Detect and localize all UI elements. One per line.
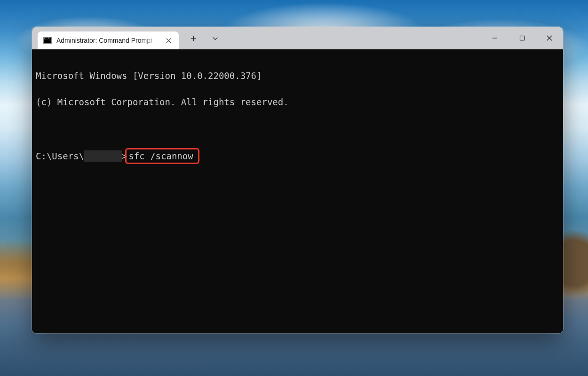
terminal-window: Administrator: Command Prompt <box>32 27 563 333</box>
tab-bar: Administrator: Command Prompt <box>32 27 179 49</box>
terminal-blank-line <box>36 122 563 135</box>
terminal-prompt-line: C:\Users\>sfc /scannow <box>36 148 563 164</box>
window-controls <box>481 27 563 49</box>
plus-icon <box>191 35 197 41</box>
svg-rect-0 <box>520 36 524 40</box>
terminal-line: (c) Microsoft Corporation. All rights re… <box>36 95 563 109</box>
chevron-down-icon <box>212 35 218 41</box>
minimize-icon <box>492 35 498 41</box>
maximize-icon <box>519 35 525 41</box>
close-icon <box>166 38 171 43</box>
minimize-button[interactable] <box>481 27 509 49</box>
terminal-output[interactable]: Microsoft Windows [Version 10.0.22000.37… <box>32 49 563 333</box>
maximize-button[interactable] <box>509 27 536 49</box>
tab-dropdown-button[interactable] <box>204 29 226 47</box>
terminal-line: Microsoft Windows [Version 10.0.22000.37… <box>36 69 563 82</box>
new-tab-button[interactable] <box>183 29 204 47</box>
tab-command-prompt[interactable]: Administrator: Command Prompt <box>38 31 179 49</box>
close-icon <box>547 35 552 41</box>
titlebar-drag-region[interactable] <box>226 27 481 49</box>
titlebar[interactable]: Administrator: Command Prompt <box>32 27 563 49</box>
tab-actions <box>183 27 226 49</box>
tab-title: Administrator: Command Prompt <box>56 37 160 44</box>
redacted-username <box>84 150 122 162</box>
prompt-path: C:\Users\ <box>36 149 84 163</box>
tab-close-button[interactable] <box>163 35 174 46</box>
cmd-icon <box>43 37 52 44</box>
command-highlight-box: sfc /scannow <box>125 148 199 164</box>
text-cursor <box>194 151 195 161</box>
close-window-button[interactable] <box>536 27 563 49</box>
typed-command: sfc /scannow <box>128 149 193 163</box>
